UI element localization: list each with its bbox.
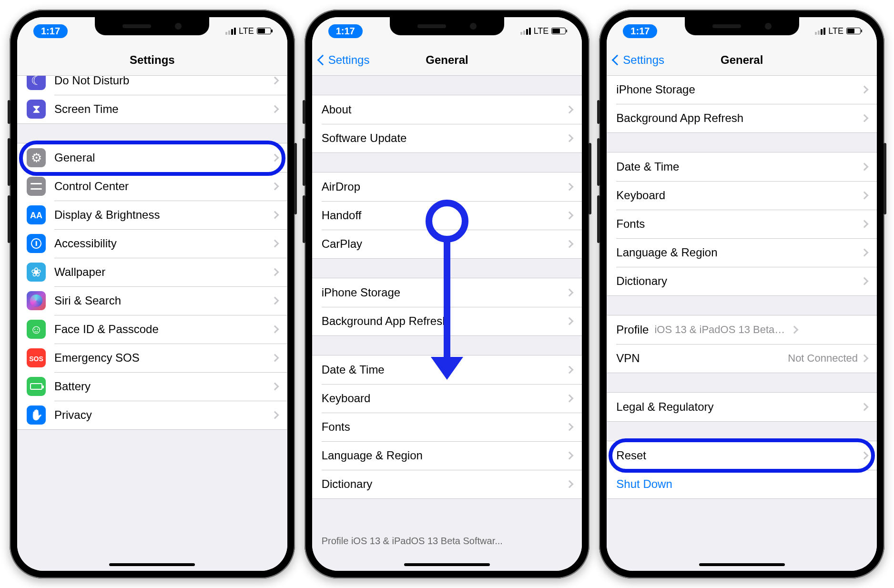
row-language-region[interactable]: Language & Region: [312, 441, 582, 470]
row-siri-search[interactable]: Siri & Search: [17, 286, 287, 315]
row-label: Handoff: [322, 209, 567, 222]
general-list[interactable]: About Software Update AirDrop Handoff Ca…: [312, 76, 582, 571]
row-label: Legal & Regulatory: [616, 400, 862, 414]
chevron-right-icon: [566, 480, 574, 488]
chevron-right-icon: [271, 105, 279, 113]
row-keyboard[interactable]: Keyboard: [312, 384, 582, 413]
row-dictionary[interactable]: Dictionary: [607, 267, 877, 295]
row-legal-regulatory[interactable]: Legal & Regulatory: [607, 393, 877, 421]
back-button[interactable]: Settings: [319, 53, 370, 67]
chevron-right-icon: [566, 106, 574, 114]
nav-bar: Settings General: [607, 45, 877, 76]
row-software-update[interactable]: Software Update: [312, 124, 582, 152]
row-display-brightness[interactable]: Display & Brightness: [17, 201, 287, 229]
signal-icon: [815, 28, 825, 35]
settings-group: Do Not Disturb Screen Time: [17, 76, 287, 124]
row-date-time[interactable]: Date & Time: [312, 355, 582, 384]
carrier-label: LTE: [828, 26, 843, 36]
row-iphone-storage[interactable]: iPhone Storage: [312, 278, 582, 307]
row-general[interactable]: General: [17, 143, 287, 172]
row-fonts[interactable]: Fonts: [312, 413, 582, 441]
chevron-left-icon: [317, 55, 328, 66]
row-label: Fonts: [322, 420, 567, 434]
row-bg-app-refresh[interactable]: Background App Refresh: [312, 307, 582, 335]
chevron-right-icon: [861, 192, 869, 200]
row-profile[interactable]: Profile iOS 13 & iPadOS 13 Beta Softwar.…: [607, 315, 877, 344]
row-screen-time[interactable]: Screen Time: [17, 95, 287, 123]
phone-frame-1: 1:17 LTE Settings Do Not Disturb Screen …: [10, 10, 295, 578]
row-fonts[interactable]: Fonts: [607, 210, 877, 238]
row-label: Siri & Search: [54, 294, 272, 307]
flower-icon: [27, 263, 46, 282]
row-label: Keyboard: [616, 189, 862, 202]
signal-icon: [225, 28, 236, 35]
row-carplay[interactable]: CarPlay: [312, 230, 582, 258]
row-label: Do Not Disturb: [54, 76, 272, 87]
row-emergency-sos[interactable]: Emergency SOS: [17, 344, 287, 372]
row-airdrop[interactable]: AirDrop: [312, 172, 582, 201]
row-do-not-disturb[interactable]: Do Not Disturb: [17, 76, 287, 95]
row-wallpaper[interactable]: Wallpaper: [17, 258, 287, 286]
row-keyboard[interactable]: Keyboard: [607, 181, 877, 210]
chevron-right-icon: [861, 355, 869, 363]
settings-list[interactable]: Do Not Disturb Screen Time General: [17, 76, 287, 571]
row-battery[interactable]: Battery: [17, 372, 287, 401]
row-label: Privacy: [54, 408, 272, 422]
settings-group: Date & Time Keyboard Fonts Language & Re…: [607, 152, 877, 296]
settings-group: iPhone Storage Background App Refresh: [312, 278, 582, 336]
back-button[interactable]: Settings: [613, 53, 664, 67]
settings-group: Reset Shut Down: [607, 441, 877, 499]
row-label: CarPlay: [322, 237, 567, 251]
row-accessibility[interactable]: Accessibility: [17, 229, 287, 258]
row-date-time[interactable]: Date & Time: [607, 152, 877, 181]
row-label: Language & Region: [322, 449, 567, 462]
row-bg-app-refresh[interactable]: Background App Refresh: [607, 104, 877, 132]
row-label: Fonts: [616, 217, 862, 231]
row-label: VPN: [616, 352, 788, 365]
row-faceid-passcode[interactable]: Face ID & Passcode: [17, 315, 287, 344]
chevron-right-icon: [861, 277, 869, 285]
row-reset[interactable]: Reset: [607, 441, 877, 470]
row-key: Profile: [616, 323, 649, 336]
chevron-right-icon: [861, 114, 869, 122]
row-label: Software Update: [322, 132, 567, 145]
home-indicator[interactable]: [699, 563, 785, 566]
general-list-scrolled[interactable]: iPhone Storage Background App Refresh Da…: [607, 76, 877, 571]
chevron-right-icon: [861, 403, 869, 411]
battery-setting-icon: [27, 377, 46, 396]
home-indicator[interactable]: [109, 563, 195, 566]
chevron-right-icon: [861, 163, 869, 171]
row-language-region[interactable]: Language & Region: [607, 238, 877, 267]
row-dictionary[interactable]: Dictionary: [312, 470, 582, 498]
row-label: Dictionary: [616, 274, 862, 288]
row-iphone-storage[interactable]: iPhone Storage: [607, 76, 877, 104]
chevron-right-icon: [566, 317, 574, 325]
page-title: Settings: [130, 53, 175, 67]
back-label: Settings: [328, 53, 370, 67]
row-handoff[interactable]: Handoff: [312, 201, 582, 230]
chevron-right-icon: [566, 212, 574, 220]
moon-icon: [27, 76, 46, 90]
phone-frame-2: 1:17 LTE Settings General About Software…: [305, 10, 590, 578]
chevron-right-icon: [566, 134, 574, 142]
hourglass-icon: [27, 100, 46, 119]
row-about[interactable]: About: [312, 95, 582, 124]
chevron-right-icon: [861, 249, 869, 257]
signal-icon: [520, 28, 531, 35]
chevron-right-icon: [271, 268, 279, 276]
row-shut-down[interactable]: Shut Down: [607, 470, 877, 498]
gear-icon: [27, 148, 46, 167]
chevron-right-icon: [271, 325, 279, 334]
aa-icon: [27, 205, 46, 224]
row-privacy[interactable]: Privacy: [17, 401, 287, 429]
row-label: Date & Time: [322, 363, 567, 376]
row-label: About: [322, 103, 567, 116]
row-label: Control Center: [54, 180, 272, 193]
nav-bar: Settings: [17, 45, 287, 76]
home-indicator[interactable]: [404, 563, 490, 566]
row-control-center[interactable]: Control Center: [17, 172, 287, 201]
row-label: Date & Time: [616, 160, 862, 173]
row-vpn[interactable]: VPN Not Connected: [607, 344, 877, 373]
face-icon: [27, 320, 46, 339]
settings-group: Profile iOS 13 & iPadOS 13 Beta Softwar.…: [607, 315, 877, 373]
